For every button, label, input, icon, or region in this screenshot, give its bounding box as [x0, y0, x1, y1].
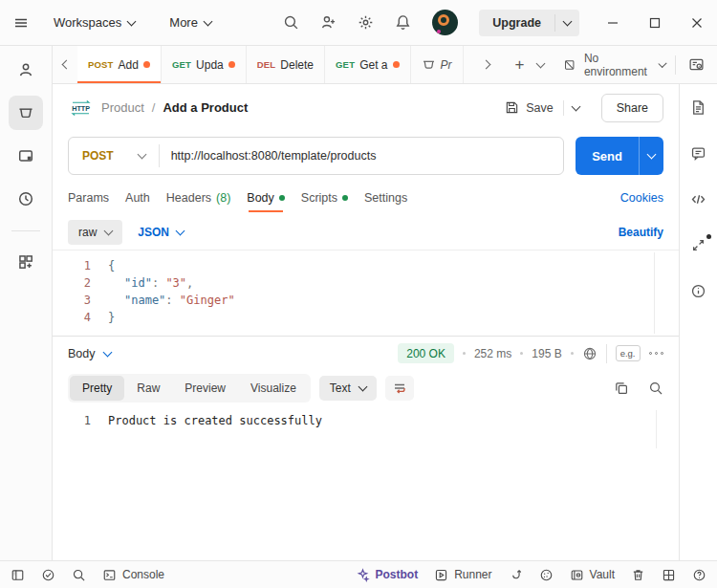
tab-settings[interactable]: Settings — [364, 181, 407, 215]
comments-icon[interactable] — [690, 145, 706, 162]
status-badge[interactable]: 200 OK — [398, 343, 454, 363]
environment-selector[interactable]: No environment — [554, 46, 675, 83]
sidebar-item-profile[interactable] — [9, 53, 43, 87]
avatar-status-dot — [437, 30, 441, 33]
request-tab-delete[interactable]: DEL Delete — [247, 46, 325, 83]
breadcrumb: HTTP Product / Add a Product — [68, 99, 248, 117]
close-icon[interactable] — [690, 16, 704, 30]
maximize-icon[interactable] — [648, 16, 662, 30]
request-tab-add[interactable]: POST Add — [77, 46, 162, 83]
more-menu[interactable]: More — [169, 15, 211, 30]
tab-method: DEL — [257, 59, 276, 70]
tab-label: Auth — [125, 191, 150, 205]
view-raw[interactable]: Raw — [124, 376, 172, 401]
view-visualize[interactable]: Visualize — [238, 376, 309, 401]
tab-options-chevron-icon[interactable] — [536, 58, 546, 68]
info-icon[interactable] — [690, 283, 706, 299]
tab-label: Scripts — [301, 191, 337, 205]
hamburger-menu-icon[interactable] — [13, 15, 29, 31]
view-preview[interactable]: Preview — [172, 376, 238, 401]
avatar[interactable] — [432, 10, 458, 35]
console-button[interactable]: Console — [102, 568, 164, 582]
body-type-selector[interactable]: raw — [68, 220, 122, 245]
method-selector[interactable]: POST — [69, 149, 159, 163]
response-scrollbar[interactable] — [656, 410, 663, 448]
send-options-button[interactable] — [639, 137, 663, 175]
tab-body[interactable]: Body — [247, 181, 285, 215]
search-response-icon[interactable] — [648, 381, 663, 396]
split-pane-icon[interactable] — [662, 568, 676, 582]
chevron-right-icon — [481, 60, 490, 70]
response-size[interactable]: 195 B — [532, 347, 561, 360]
new-tab-icon[interactable]: + — [515, 56, 525, 73]
postbot-button[interactable]: Postbot — [356, 568, 419, 582]
send-label[interactable]: Send — [576, 137, 639, 175]
beautify-link[interactable]: Beautify — [619, 226, 663, 239]
save-options-button[interactable] — [563, 100, 588, 116]
tab-title: Pr — [441, 58, 452, 72]
runner-button[interactable]: Runner — [434, 568, 491, 582]
sidebar-item-more-blocks[interactable] — [9, 245, 43, 279]
request-tab-update[interactable]: GET Upda — [162, 46, 247, 83]
trash-icon[interactable] — [631, 568, 645, 582]
cookies-link[interactable]: Cookies — [620, 191, 663, 205]
tab-title: Get a — [359, 58, 387, 72]
sidebar-item-history[interactable] — [9, 182, 43, 216]
sidebar-item-mock-servers[interactable] — [9, 139, 43, 173]
toggle-sidebar-icon[interactable] — [11, 568, 25, 582]
invite-user-icon[interactable] — [320, 14, 337, 31]
url-input[interactable]: http://localhost:8080/template/products — [160, 149, 564, 163]
response-body-selector[interactable]: Body — [68, 347, 111, 360]
response-more-options-icon[interactable] — [649, 352, 664, 356]
request-tab-get[interactable]: GET Get a — [325, 46, 411, 83]
upgrade-dropdown[interactable] — [554, 14, 579, 32]
breadcrumb-collection[interactable]: Product — [101, 100, 144, 115]
response-body[interactable]: 1 Product is created successfully — [53, 406, 679, 560]
related-requests-icon[interactable] — [690, 237, 706, 253]
postbot-icon — [356, 568, 370, 582]
settings-gear-icon[interactable] — [358, 14, 374, 31]
request-body-editor[interactable]: 1 { 2 "id": "3", 3 "name": "Ginger" 4 } — [53, 250, 679, 336]
vault-button[interactable]: Vault — [570, 568, 615, 582]
scroll-tabs-right-icon[interactable] — [473, 61, 502, 68]
help-icon[interactable] — [692, 568, 706, 582]
upgrade-button[interactable]: Upgrade — [479, 10, 579, 36]
response-line: 1 Product is created successfully — [53, 412, 679, 429]
tab-scripts[interactable]: Scripts — [301, 181, 348, 215]
workspaces-menu[interactable]: Workspaces — [54, 15, 135, 30]
collection-tab-product[interactable]: Pr — [411, 46, 464, 83]
response-format-selector[interactable]: Text — [319, 376, 377, 401]
collection-icon — [422, 57, 436, 72]
tab-headers[interactable]: Headers (8) — [166, 181, 231, 215]
copy-icon[interactable] — [614, 381, 629, 396]
documentation-icon[interactable] — [690, 99, 706, 116]
tab-params[interactable]: Params — [68, 181, 109, 215]
network-globe-icon[interactable] — [582, 346, 598, 361]
save-as-example-button[interactable]: e.g. — [616, 345, 641, 361]
find-icon[interactable] — [72, 568, 86, 582]
scroll-tabs-left-icon[interactable] — [53, 46, 77, 83]
tab-auth[interactable]: Auth — [125, 181, 150, 215]
minimize-icon[interactable] — [606, 16, 619, 30]
environment-quick-look-icon[interactable] — [676, 46, 717, 83]
body-format-selector[interactable]: JSON — [138, 226, 184, 239]
upgrade-label[interactable]: Upgrade — [479, 10, 554, 36]
code-snippet-icon[interactable] — [690, 191, 706, 207]
notifications-bell-icon[interactable] — [395, 14, 411, 31]
view-pretty[interactable]: Pretty — [70, 376, 124, 401]
chevron-down-icon — [659, 58, 667, 67]
editor-scrollbar[interactable] — [654, 252, 663, 334]
response-time[interactable]: 252 ms — [474, 347, 511, 360]
cookies-icon[interactable] — [539, 568, 554, 582]
capture-requests-icon[interactable] — [509, 568, 523, 582]
tab-label: Headers — [166, 191, 211, 205]
share-button[interactable]: Share — [601, 94, 663, 122]
status-check-icon[interactable] — [41, 568, 55, 582]
save-button[interactable]: Save — [495, 95, 563, 120]
sidebar-item-collections[interactable] — [9, 96, 43, 130]
line-wrap-icon[interactable] — [385, 376, 414, 401]
token-close-brace: } — [108, 311, 115, 324]
breadcrumb-request-name[interactable]: Add a Product — [163, 100, 248, 115]
send-button[interactable]: Send — [576, 137, 663, 175]
search-icon[interactable] — [283, 14, 299, 31]
